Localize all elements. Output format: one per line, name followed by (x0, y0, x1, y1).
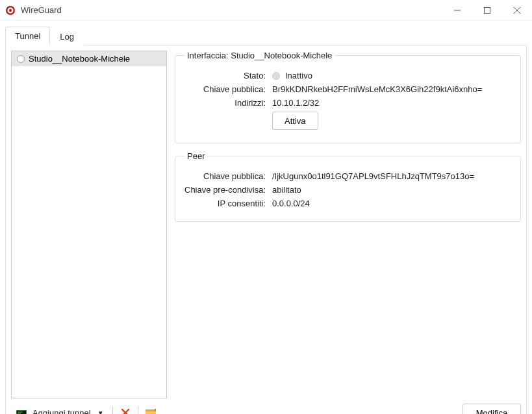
peer-publickey-value: /IjkUgunx0o1tl91GQ7APL9vtSFHLhJzqTMT9s7o… (272, 171, 511, 181)
interface-publickey-label: Chiave pubblica: (184, 84, 272, 94)
peer-publickey-label: Chiave pubblica: (184, 171, 272, 181)
minimize-button[interactable] (442, 0, 472, 21)
edit-button[interactable]: Modifica (462, 404, 521, 414)
bottom-bar: Aggiungi tunnel ▼ Modifica (11, 398, 521, 414)
close-button[interactable] (502, 0, 532, 21)
interface-addresses-label: Indirizzi: (184, 98, 272, 108)
peer-presharedkey-label: Chiave pre-condivisa: (184, 185, 272, 195)
svg-rect-10 (18, 413, 21, 414)
peer-allowedips-label: IP consentiti: (184, 199, 272, 208)
interface-status-value: Inattivo (285, 71, 312, 80)
tunnel-list[interactable]: Studio__Notebook-Michele (11, 51, 167, 398)
activate-button[interactable]: Attiva (272, 112, 318, 130)
app-title: WireGuard (21, 5, 62, 15)
interface-group: Interfaccia: Studio__Notebook-Michele St… (175, 51, 521, 143)
app-icon (5, 5, 16, 16)
svg-point-2 (9, 8, 12, 11)
svg-rect-15 (155, 409, 156, 411)
tab-log[interactable]: Log (50, 27, 84, 45)
separator (112, 406, 113, 414)
add-tunnel-icon (14, 406, 29, 414)
titlebar: WireGuard (0, 0, 532, 21)
peer-presharedkey-value: abilitato (272, 185, 511, 195)
svg-rect-14 (146, 409, 156, 411)
svg-rect-4 (485, 7, 490, 13)
client-area: Studio__Notebook-Michele Interfaccia: St… (5, 45, 527, 414)
add-tunnel-button[interactable]: Aggiungi tunnel ▼ (11, 404, 107, 414)
maximize-button[interactable] (472, 0, 502, 21)
export-tunnel-button[interactable] (144, 406, 158, 414)
peer-group: Peer Chiave pubblica: /IjkUgunx0o1tl91GQ… (175, 151, 521, 222)
tunnel-list-item-label: Studio__Notebook-Michele (29, 54, 130, 64)
interface-addresses-value: 10.10.1.2/32 (272, 98, 511, 108)
separator (138, 406, 138, 414)
svg-rect-9 (18, 412, 23, 413)
tunnel-list-item[interactable]: Studio__Notebook-Michele (12, 51, 166, 66)
interface-status-label: Stato: (184, 71, 272, 80)
window-controls (442, 0, 532, 21)
interface-publickey-value: Br9kKDNRkebH2FFmiWsLeMcK3X6Gih22f9ktAi6x… (272, 84, 511, 94)
interface-status-dot-icon (272, 72, 280, 80)
tab-bar: Tunnel Log (0, 21, 532, 45)
delete-tunnel-button[interactable] (118, 406, 133, 414)
add-tunnel-label: Aggiungi tunnel (32, 408, 91, 415)
peer-allowedips-value: 0.0.0.0/24 (272, 199, 511, 208)
peer-legend: Peer (184, 151, 207, 161)
details-pane: Interfaccia: Studio__Notebook-Michele St… (175, 51, 521, 398)
tab-tunnel[interactable]: Tunnel (5, 27, 50, 45)
interface-legend: Interfaccia: Studio__Notebook-Michele (184, 51, 335, 60)
chevron-down-icon: ▼ (97, 409, 104, 415)
tunnel-status-dot-icon (17, 55, 25, 63)
